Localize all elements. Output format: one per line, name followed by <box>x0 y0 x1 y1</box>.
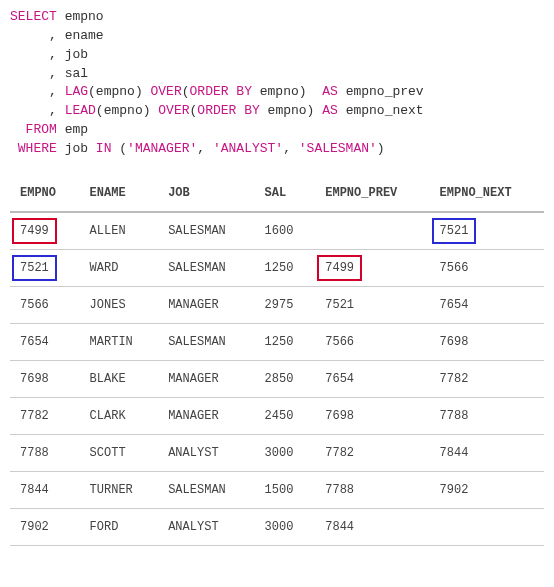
highlight-blue: 7521 <box>12 255 57 281</box>
table-cell: 7788 <box>10 434 80 471</box>
table-cell: SCOTT <box>80 434 159 471</box>
table-cell: 1600 <box>255 212 316 250</box>
table-cell: 1250 <box>255 323 316 360</box>
table-cell: 3000 <box>255 508 316 545</box>
table-cell: 7566 <box>430 249 544 286</box>
table-cell: MANAGER <box>158 360 254 397</box>
fn-lag: LAG <box>65 84 88 99</box>
table-row: 7902FORDANALYST30007844 <box>10 508 544 545</box>
table-row: 7788SCOTTANALYST300077827844 <box>10 434 544 471</box>
fn-lead: LEAD <box>65 103 96 118</box>
table-cell: MARTIN <box>80 323 159 360</box>
highlight-red: 7499 <box>12 218 57 244</box>
table-cell: SALESMAN <box>158 212 254 250</box>
table-cell: 7698 <box>430 323 544 360</box>
kw-where: WHERE <box>18 141 57 156</box>
table-cell: 7654 <box>430 286 544 323</box>
kw-from: FROM <box>26 122 57 137</box>
table-row: 7654MARTINSALESMAN125075667698 <box>10 323 544 360</box>
table-cell: WARD <box>80 249 159 286</box>
table-cell: JONES <box>80 286 159 323</box>
table-cell: 1250 <box>255 249 316 286</box>
highlight-red: 7499 <box>317 255 362 281</box>
table-row: 7782CLARKMANAGER245076987788 <box>10 397 544 434</box>
table-cell: 7499 <box>315 249 429 286</box>
table-cell: ANALYST <box>158 434 254 471</box>
table-cell: 7698 <box>10 360 80 397</box>
alias-prev: empno_prev <box>346 84 424 99</box>
table-cell: 7844 <box>315 508 429 545</box>
col-ename: ename <box>65 28 104 43</box>
col-empno: empno <box>65 9 104 24</box>
table-cell: 7902 <box>10 508 80 545</box>
th-job: JOB <box>158 175 254 212</box>
col-job: job <box>65 47 88 62</box>
table-cell: 7788 <box>315 471 429 508</box>
table-cell: 7698 <box>315 397 429 434</box>
th-empno-prev: EMPNO_PREV <box>315 175 429 212</box>
table-cell: 7499 <box>10 212 80 250</box>
table-cell: 7782 <box>430 360 544 397</box>
table-cell: SALESMAN <box>158 323 254 360</box>
table-row: 7844TURNERSALESMAN150077887902 <box>10 471 544 508</box>
table-row: 7566JONESMANAGER297575217654 <box>10 286 544 323</box>
table-cell: 7654 <box>10 323 80 360</box>
highlight-blue: 7521 <box>432 218 477 244</box>
table-row: 7521WARDSALESMAN125074997566 <box>10 249 544 286</box>
th-ename: ENAME <box>80 175 159 212</box>
table-body: 7499ALLENSALESMAN160075217521WARDSALESMA… <box>10 212 544 546</box>
table-cell: 7844 <box>430 434 544 471</box>
table-cell: 7521 <box>10 249 80 286</box>
table-cell: 2975 <box>255 286 316 323</box>
table-cell <box>315 212 429 250</box>
table-cell: MANAGER <box>158 397 254 434</box>
table-cell: 7521 <box>430 212 544 250</box>
table-cell: 3000 <box>255 434 316 471</box>
table-row: 7698BLAKEMANAGER285076547782 <box>10 360 544 397</box>
table-cell: 7844 <box>10 471 80 508</box>
table-cell: 2850 <box>255 360 316 397</box>
th-empno-next: EMPNO_NEXT <box>430 175 544 212</box>
table-cell: 7566 <box>315 323 429 360</box>
table-cell: ANALYST <box>158 508 254 545</box>
table-row: 7499ALLENSALESMAN16007521 <box>10 212 544 250</box>
kw-select: SELECT <box>10 9 57 24</box>
table-cell: MANAGER <box>158 286 254 323</box>
table-cell: TURNER <box>80 471 159 508</box>
table-cell: 1500 <box>255 471 316 508</box>
th-sal: SAL <box>255 175 316 212</box>
table-cell: 7782 <box>10 397 80 434</box>
table-cell: 7782 <box>315 434 429 471</box>
col-sal: sal <box>65 66 88 81</box>
table-cell: 7521 <box>315 286 429 323</box>
table-cell: ALLEN <box>80 212 159 250</box>
table-cell: FORD <box>80 508 159 545</box>
table-cell: 7654 <box>315 360 429 397</box>
tbl-emp: emp <box>65 122 88 137</box>
table-cell: 7566 <box>10 286 80 323</box>
result-table: EMPNO ENAME JOB SAL EMPNO_PREV EMPNO_NEX… <box>10 175 544 546</box>
table-cell <box>430 508 544 545</box>
table-cell: SALESMAN <box>158 249 254 286</box>
sql-code: SELECT empno , ename , job , sal , LAG(e… <box>10 8 544 159</box>
table-cell: 2450 <box>255 397 316 434</box>
th-empno: EMPNO <box>10 175 80 212</box>
table-cell: 7902 <box>430 471 544 508</box>
table-header-row: EMPNO ENAME JOB SAL EMPNO_PREV EMPNO_NEX… <box>10 175 544 212</box>
alias-next: empno_next <box>346 103 424 118</box>
table-cell: BLAKE <box>80 360 159 397</box>
table-cell: 7788 <box>430 397 544 434</box>
table-cell: SALESMAN <box>158 471 254 508</box>
table-cell: CLARK <box>80 397 159 434</box>
